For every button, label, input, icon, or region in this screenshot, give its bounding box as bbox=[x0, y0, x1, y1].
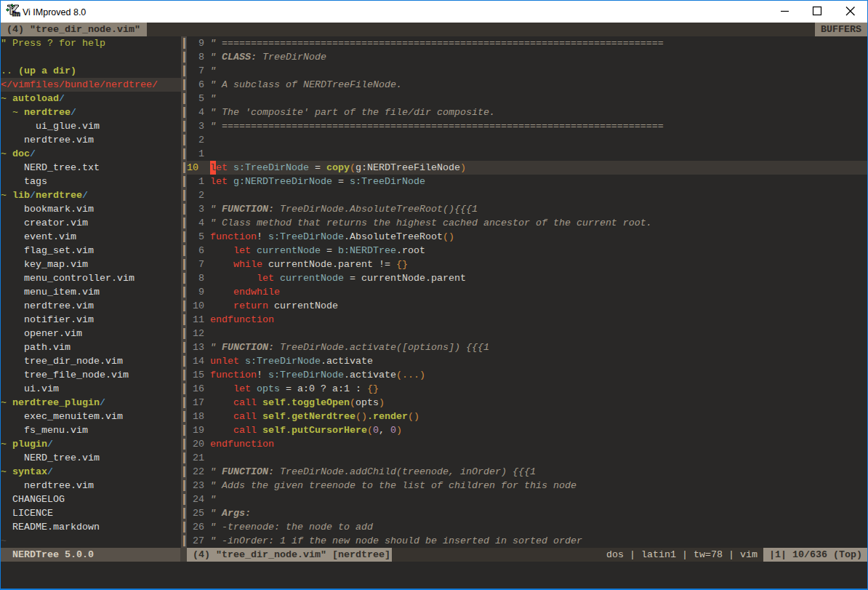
svg-text:Vi IMproved 8.0: Vi IMproved 8.0 bbox=[23, 7, 86, 17]
svg-text:im: im bbox=[12, 9, 20, 17]
